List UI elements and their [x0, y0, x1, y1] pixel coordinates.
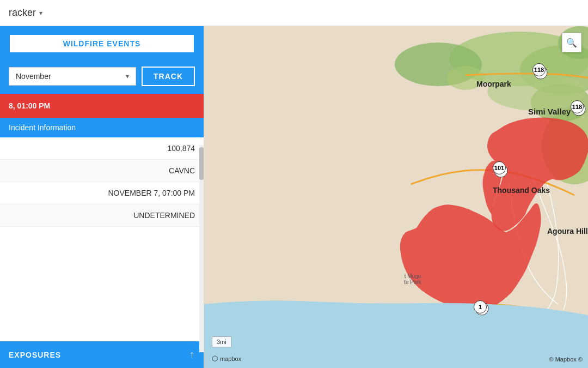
svg-point-9	[446, 66, 485, 90]
svg-text:te Park: te Park	[404, 279, 422, 285]
sidebar-list[interactable]: 8, 01:00 PM Incident Information 100,874…	[0, 94, 204, 341]
mapbox-label: mapbox	[220, 355, 241, 362]
app-title-dropdown[interactable]: ▾	[39, 9, 42, 17]
mapbox-copyright: © Mapbox ©	[549, 356, 583, 363]
incident-info-label: Incident Information	[9, 123, 76, 132]
main-layout: WILDFIRE EVENTS November ▾ TRACK 8, 01:0…	[0, 26, 588, 368]
sidebar: WILDFIRE EVENTS November ▾ TRACK 8, 01:0…	[0, 26, 204, 368]
sidebar-controls: November ▾ TRACK	[0, 61, 204, 94]
data-row-date: NOVEMBER 7, 07:00 PM	[0, 182, 204, 204]
app-title: racker	[9, 7, 36, 19]
month-value: November	[16, 72, 51, 81]
month-dropdown-arrow: ▾	[126, 73, 129, 80]
incident-info-header: Incident Information	[0, 118, 204, 137]
svg-text:t Mugu: t Mugu	[405, 273, 421, 279]
map-svg: t Mugu te Park	[204, 26, 588, 368]
road-label-118-west: 118	[532, 63, 546, 76]
data-value-count: 100,874	[167, 144, 195, 153]
data-row-count: 100,874	[0, 137, 204, 160]
data-value-date: NOVEMBER 7, 07:00 PM	[108, 189, 195, 197]
track-button[interactable]: TRACK	[142, 67, 195, 86]
road-label-101: 101	[493, 161, 506, 174]
scale-label: 3mi	[217, 339, 226, 345]
incident-time: 8, 01:00 PM	[9, 101, 50, 110]
road-label-118-east: 118	[571, 100, 584, 113]
month-select[interactable]: November ▾	[9, 67, 136, 86]
scroll-thumb[interactable]	[199, 147, 204, 180]
scroll-handle	[199, 145, 204, 352]
incident-time-row: 8, 01:00 PM	[0, 94, 204, 118]
map-area[interactable]: t Mugu te Park 101 118 118 1 Moorpark Si…	[204, 26, 588, 368]
mapbox-attribution: ⬡ mapbox	[212, 354, 241, 363]
wildfire-events-button[interactable]: WILDFIRE EVENTS	[9, 34, 195, 53]
topbar: racker ▾	[0, 0, 588, 26]
exposures-label: EXPOSURES	[9, 351, 61, 359]
search-icon: 🔍	[566, 38, 577, 48]
data-row-unit: CAVNC	[0, 160, 204, 182]
map-search-button[interactable]: 🔍	[562, 33, 581, 52]
exposures-footer[interactable]: EXPOSURES ↑	[0, 341, 204, 368]
data-value-unit: CAVNC	[169, 166, 195, 175]
data-row-status: UNDETERMINED	[0, 204, 204, 227]
sidebar-header: WILDFIRE EVENTS	[0, 26, 204, 61]
exposures-up-arrow: ↑	[189, 349, 195, 360]
map-scale-bar: 3mi	[212, 336, 231, 347]
data-value-status: UNDETERMINED	[133, 211, 195, 220]
road-label-1: 1	[474, 300, 487, 313]
